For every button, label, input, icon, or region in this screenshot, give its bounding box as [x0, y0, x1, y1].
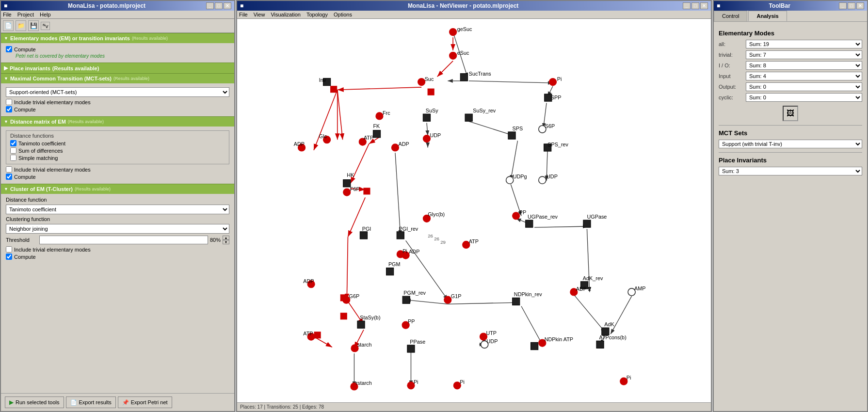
mct-include-trivial-label[interactable]: Include trivial elementary modes [6, 99, 229, 105]
tab-bar: Control Analysis [714, 11, 867, 22]
tb-em-select-io[interactable]: Sum: 8 [746, 61, 862, 70]
new-file-btn[interactable]: 📄 [3, 20, 14, 31]
dist-include-trivial-checkbox[interactable] [6, 166, 12, 173]
svg-line-6 [338, 90, 343, 140]
node-F6P [343, 189, 351, 196]
tb-pi-select[interactable]: Sum: 3 [719, 167, 862, 175]
node-Frc [376, 112, 383, 120]
tb-em-select-cyclic[interactable]: Sum: 0 [746, 93, 862, 102]
left-maximize-btn[interactable]: □ [215, 2, 223, 9]
cluster-dist-dropdown[interactable]: Tanimoto coefficient Sum of differences … [6, 205, 229, 214]
mct-dropdown[interactable]: Support-oriented (MCT-sets) Decompositio… [6, 87, 229, 97]
tanimoto-checkbox[interactable] [10, 140, 16, 146]
em-section-header[interactable]: ▼ Elementary modes (EM) or transition in… [1, 33, 234, 43]
em-triangle: ▼ [4, 36, 8, 41]
pi-section-label: Place invariants [10, 65, 50, 71]
tb-image-btn[interactable]: 🖼 [783, 106, 798, 121]
export-results-btn[interactable]: 📄 Export results [66, 396, 116, 408]
em-compute-checkbox[interactable] [6, 46, 12, 52]
clust-include-trivial-checkbox[interactable] [6, 246, 12, 253]
export-icon: 📄 [70, 399, 77, 406]
tb-em-select-output[interactable]: Sum: 0 [746, 82, 862, 91]
mct-include-trivial-checkbox[interactable] [6, 99, 12, 105]
tb-em-select-input[interactable]: Sum: 4 [746, 72, 862, 80]
left-minimize-btn[interactable]: _ [206, 2, 214, 9]
save-btn[interactable]: 💾 [28, 20, 39, 31]
node-Suc [418, 78, 425, 85]
run-selected-btn[interactable]: ▶ Run selected tools [5, 396, 64, 408]
net-menu-file[interactable]: File [239, 12, 248, 17]
simple-matching-label[interactable]: Simple matching [10, 155, 225, 161]
place-invariants-header[interactable]: ▶ Place invariants (Results available) [1, 63, 234, 73]
label-ADP4: ADP [303, 278, 314, 284]
cluster-fn-dropdown[interactable]: Neighbor joining UPGMA WPGMA Complete li… [6, 224, 229, 234]
net-menu-viz[interactable]: Visualization [271, 12, 301, 17]
distance-section-header[interactable]: ▼ Distance matrix of EM (Results availab… [1, 116, 234, 127]
node-SuSy_rev [465, 114, 472, 121]
label-starch: starch [357, 342, 372, 348]
tb-em-select-trivial[interactable]: Sum: 7 [746, 50, 862, 59]
menu-help[interactable]: Help [40, 12, 51, 17]
right-maximize-btn[interactable]: □ [848, 2, 855, 9]
cluster-section-header[interactable]: ▼ Cluster of EM (T-Cluster) (Results ava… [1, 184, 234, 194]
left-close-btn[interactable]: ✕ [224, 2, 231, 9]
middle-minimize-btn[interactable]: _ [683, 2, 691, 9]
mct-compute-checkbox[interactable] [6, 106, 12, 112]
label-F6P: F6P [350, 186, 360, 192]
threshold-input[interactable] [39, 236, 208, 244]
middle-titlebar: ■ MonaLisa - NetViewer - potato.mlprojec… [237, 1, 711, 11]
dist-compute-label[interactable]: Compute [6, 174, 229, 180]
threshold-label: Threshold [6, 237, 37, 243]
clust-include-trivial-label[interactable]: Include trivial elementary modes [6, 246, 229, 253]
net-menu-topology[interactable]: Topology [306, 12, 328, 17]
dist-compute-checkbox[interactable] [6, 174, 12, 180]
mct-compute-label[interactable]: Compute [6, 106, 229, 112]
mct-section-header[interactable]: ▼ Maximal Common Transition (MCT-sets) (… [1, 73, 234, 83]
mct-section-body: Support-oriented (MCT-sets) Decompositio… [1, 83, 234, 116]
label-NDPkin: NDPkin ATP [545, 336, 573, 342]
right-titlebar: ■ ToolBar _ □ ✕ [714, 1, 867, 11]
cluster-dist-dropdown-row: Tanimoto coefficient Sum of differences … [6, 205, 229, 214]
dist-include-trivial-label[interactable]: Include trivial elementary modes [6, 166, 229, 173]
spin-down-btn[interactable]: ▼ [223, 240, 229, 244]
middle-close-btn[interactable]: ✕ [700, 2, 708, 9]
label-Pi2: Pi [402, 248, 407, 254]
label-SuSy: SuSy [426, 108, 438, 113]
svg-line-11 [347, 237, 348, 300]
open-btn[interactable]: 📁 [16, 20, 26, 31]
svg-line-3 [437, 61, 453, 77]
em-results-badge: (Results available) [132, 36, 168, 41]
node-SucTrans [460, 74, 467, 81]
sum-diff-label[interactable]: Sum of differences [10, 147, 225, 154]
clust-compute-label[interactable]: Compute [6, 254, 229, 260]
node-SuSy [423, 114, 430, 121]
spin-up-btn[interactable]: ▲ [223, 236, 229, 240]
right-minimize-btn[interactable]: _ [839, 2, 847, 9]
tb-em-select-all[interactable]: Sum: 19 [746, 40, 862, 48]
simple-matching-checkbox[interactable] [10, 155, 16, 161]
menu-file[interactable]: File [3, 12, 12, 17]
tb-em-label-cyclic: cyclic: [719, 95, 743, 100]
node-PGM [386, 268, 394, 275]
net-menu-view[interactable]: View [254, 12, 265, 17]
net-menu-options[interactable]: Options [334, 12, 352, 17]
net-statusbar: Places: 17 | Transitions: 25 | Edges: 78 [237, 402, 711, 411]
node-PGI_rev [397, 232, 404, 239]
mct-results-badge: (Results available) [113, 76, 149, 81]
export-petri-btn[interactable]: 📌 Export Petri net [118, 396, 172, 408]
dist-fn-label: Distance function [6, 197, 229, 203]
sum-diff-checkbox[interactable] [10, 147, 16, 154]
clust-compute-checkbox[interactable] [6, 254, 12, 260]
svg-line-29 [395, 153, 401, 235]
menu-project[interactable]: Project [17, 12, 34, 17]
net-canvas[interactable]: geSuc eSuc Suc SucTrans Inv Pi SPP Frc S… [237, 19, 711, 402]
middle-maximize-btn[interactable]: □ [691, 2, 699, 9]
tab-control[interactable]: Control [714, 11, 747, 21]
right-close-btn[interactable]: ✕ [856, 2, 864, 9]
tanimoto-label[interactable]: Tanimoto coefficient [10, 140, 225, 146]
tb-mct-select[interactable]: Support (with trivial T-inv) Decompositi… [719, 140, 862, 148]
node-UDP [423, 135, 430, 142]
tab-analysis[interactable]: Analysis [748, 11, 787, 21]
em-info-text: Petri net is covered by elementary modes [16, 53, 229, 59]
em-compute-label[interactable]: Compute [6, 46, 229, 52]
